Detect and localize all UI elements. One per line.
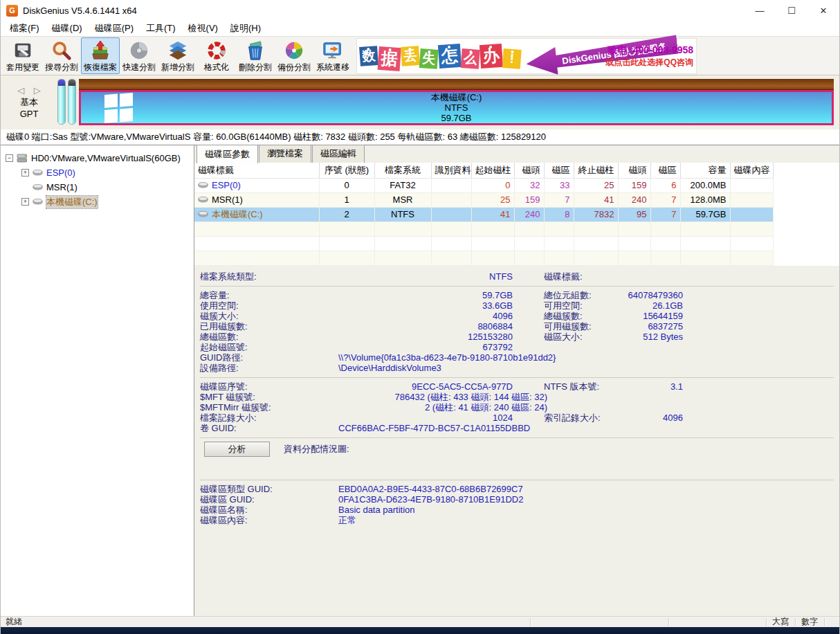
main-partition-bar[interactable]: 本機磁碟(C:) NTFS 59.7GB [79, 78, 834, 125]
toolbar-system-migration[interactable]: 系統遷移 [313, 37, 352, 74]
app-logo-icon: G [6, 5, 18, 17]
detail-label: 檔案記錄大小: [200, 413, 338, 423]
toolbar-buttons: 套用變更搜尋分割恢復檔案快速分割新增分割格式化刪除分割備份分割系統遷移 [3, 37, 352, 74]
empty-cell [730, 221, 773, 236]
cell-檔案系統: FAT32 [374, 178, 431, 192]
menu-item-2[interactable]: 磁碟區(P) [89, 21, 140, 36]
system-migration-icon [322, 39, 344, 61]
detail-value: 9ECC-5AC5-CC5A-977D [338, 381, 513, 392]
menu-item-0[interactable]: 檔案(F) [3, 21, 46, 36]
partition-table-wrap: 磁碟標籤序號 (狀態)檔案系統識別資料起始磁柱磁頭磁區終止磁柱磁頭磁區容量磁碟內… [194, 163, 839, 266]
partition-icon [33, 184, 43, 190]
detail-label: 可用空間: [513, 300, 622, 311]
empty-cell [618, 221, 650, 236]
details-row: $MFTMirr 磁簇號:2 (磁柱: 41 磁頭: 240 磁區: 24) [200, 402, 839, 413]
tree-item-2[interactable]: +本機磁碟(C:) [1, 194, 194, 209]
window-title: DiskGenius V5.4.6.1441 x64 [23, 6, 137, 16]
cell-容量: 59.7GB [680, 207, 730, 221]
empty-cell [374, 251, 431, 265]
toolbar-delete-partition[interactable]: 刪除分割 [236, 37, 275, 74]
partition-label-cell: 本機磁碟(C:) [194, 207, 319, 221]
cell-磁區: 7 [544, 192, 574, 207]
partition-bar-front[interactable]: 本機磁碟(C:) NTFS 59.7GB [79, 90, 834, 125]
cell-容量: 128.0MB [680, 192, 730, 207]
table-row[interactable]: ESP(0)0FAT3203233251596200.0MB [194, 178, 839, 192]
menu-item-1[interactable]: 磁碟(D) [46, 21, 89, 36]
toolbar-new-partition[interactable]: 新增分割 [158, 37, 197, 74]
tab-2[interactable]: 磁區編輯 [312, 145, 365, 163]
qq-consult-link[interactable]: 或点击此处选择QQ咨询 [605, 56, 693, 69]
partition-icon [33, 170, 43, 176]
allocation-map-area [200, 459, 839, 477]
msr-partition-bar[interactable] [68, 79, 76, 125]
table-row[interactable]: MSR(1)1MSR251597412407128.0MB [194, 192, 839, 207]
disk-nav-arrows-icon[interactable]: ◁ ▷ [14, 84, 44, 96]
cell-識別資料 [431, 192, 471, 207]
details-separator [200, 480, 834, 480]
empty-cell [471, 236, 514, 251]
menu-item-4[interactable]: 檢視(V) [182, 21, 224, 36]
detail-value: 26.1GB [622, 300, 683, 311]
backup-partition-icon [283, 39, 305, 61]
table-row[interactable]: 本機磁碟(C:)2NTFS412408783295759.7GB [194, 207, 839, 221]
partition-label-cell: ESP(0) [194, 178, 319, 192]
toolbar-label-backup-partition: 備份分割 [277, 62, 311, 73]
maximize-button[interactable]: ☐ [776, 0, 807, 21]
empty-cell [574, 251, 618, 265]
empty-cell [514, 221, 544, 236]
tree-expander-icon[interactable]: − [6, 154, 13, 162]
toolbar-quick-partition[interactable]: 快速分割 [120, 37, 158, 74]
cell-終止磁柱: 7832 [574, 207, 618, 221]
tree-item-0[interactable]: +ESP(0) [1, 165, 194, 180]
detail-value: 64078479360 [622, 290, 683, 300]
tab-0[interactable]: 磁碟區參數 [197, 145, 258, 163]
detail-label: GUID路徑: [200, 352, 338, 363]
detail-label: 磁碟區名稱: [200, 505, 338, 515]
toolbar-recover-files[interactable]: 恢復檔案 [81, 37, 120, 74]
delete-partition-icon [244, 39, 266, 61]
partition-tree: −HD0:VMware,VMwareVirtualS(60GB)+ESP(0)M… [1, 145, 194, 616]
toolbar-label-system-migration: 系統遷移 [316, 62, 349, 73]
empty-cell [471, 251, 514, 265]
data-loss-slogan: 数据丢失怎么办! [357, 39, 522, 73]
details-separator [200, 377, 834, 378]
toolbar-apply-changes[interactable]: 套用變更 [3, 37, 42, 74]
esp-partition-bar[interactable] [57, 79, 66, 125]
minimize-button[interactable]: — [744, 0, 776, 21]
analyze-button[interactable]: 分析 [204, 442, 270, 457]
details-row: 磁碟區名稱:Basic data partition [200, 505, 839, 515]
column-header-11: 磁碟內容 [730, 163, 773, 178]
cell-磁頭: 159 [514, 192, 544, 207]
menu-item-3[interactable]: 工具(T) [140, 21, 182, 36]
slogan-tile-2: 丢 [401, 46, 420, 66]
cell-磁區: 7 [650, 192, 680, 207]
detail-value: \Device\HarddiskVolume3 [338, 363, 683, 373]
tree-item-hd0[interactable]: −HD0:VMware,VMwareVirtualS(60GB) [1, 151, 194, 165]
toolbar-search-partition[interactable]: 搜尋分割 [42, 37, 81, 74]
menu-item-5[interactable]: 說明(H) [224, 21, 267, 36]
cell-起始磁柱: 0 [471, 178, 514, 192]
tree-item-1[interactable]: MSR(1) [1, 180, 194, 194]
cell-終止磁柱: 25 [574, 178, 618, 192]
detail-label: 總位元組數: [513, 290, 622, 300]
detail-value: CCF66BAC-F5BF-477D-BC57-C1A01155DBBD [338, 423, 683, 433]
cell-filler [773, 251, 839, 265]
tree-expander-icon[interactable]: + [21, 198, 29, 206]
empty-cell [319, 236, 374, 251]
ad-banner: 数据丢失怎么办! DiskGenius 团队为您服务 致电: 400-008-9… [356, 38, 697, 74]
ad-right: DiskGenius 团队为您服务 致电: 400-008-9958 或点击此处… [522, 39, 696, 73]
tab-1[interactable]: 瀏覽檔案 [259, 145, 311, 163]
small-partition-bars [57, 78, 79, 125]
cell-容量: 200.0MB [680, 178, 730, 192]
toolbar-label-search-partition: 搜尋分割 [45, 62, 78, 73]
tree-expander-icon[interactable]: + [21, 169, 29, 176]
toolbar-label-new-partition: 新增分割 [161, 62, 194, 73]
toolbar-format[interactable]: 格式化 [197, 37, 236, 74]
detail-label: 總磁區數: [200, 332, 338, 342]
detail-value: NTFS [338, 271, 513, 282]
empty-cell [730, 236, 773, 251]
partition-fs: NTFS [431, 102, 482, 113]
close-button[interactable]: ✕ [807, 0, 839, 21]
toolbar-backup-partition[interactable]: 備份分割 [275, 37, 313, 74]
slogan-tile-0: 数 [359, 46, 378, 66]
